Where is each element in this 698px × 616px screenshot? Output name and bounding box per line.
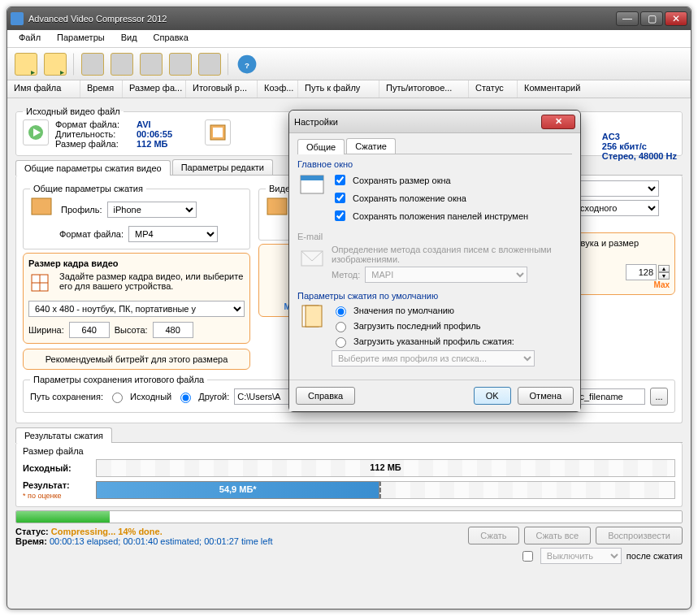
spin-up[interactable]: ▲	[658, 265, 670, 272]
reco-box: Рекомендуемый битрейт для этого размера	[23, 349, 250, 370]
chk-save-toolbars[interactable]: Сохранять положения панелей инструмен	[332, 208, 528, 223]
tb-btn-3[interactable]	[137, 50, 165, 78]
toolbar: ?	[7, 48, 691, 80]
col-status[interactable]: Статус	[469, 80, 518, 98]
spin-down[interactable]: ▼	[658, 272, 670, 280]
svg-rect-10	[301, 176, 323, 180]
col-comment[interactable]: Комментарий	[518, 80, 691, 98]
tb-btn-4[interactable]	[167, 50, 194, 78]
source-legend: Исходный видео файл	[23, 106, 124, 116]
radio-other[interactable]: Другой:	[176, 390, 229, 403]
def-title: Параметры сжатия по умолчанию	[297, 291, 572, 301]
col-size[interactable]: Размер фа...	[123, 80, 186, 98]
svg-rect-13	[306, 306, 322, 327]
open-folder-button[interactable]	[41, 50, 69, 78]
minimize-button[interactable]: —	[616, 11, 639, 26]
col-time[interactable]: Время	[80, 80, 123, 98]
chk-save-toolbars-label: Сохранять положения панелей инструмен	[353, 211, 528, 221]
path-input[interactable]	[234, 388, 291, 405]
method-label: Метод:	[332, 270, 360, 280]
menu-params[interactable]: Параметры	[49, 30, 113, 47]
dialog-close-button[interactable]: ✕	[541, 115, 575, 129]
gw-title: Главное окно	[297, 159, 572, 169]
toolbar-sep	[73, 53, 75, 76]
close-button[interactable]: ✕	[665, 11, 687, 26]
src-bar-val: 112 МБ	[370, 462, 401, 472]
col-coef[interactable]: Коэф...	[258, 80, 298, 98]
general-comp-group: Общие параметры сжатия Профиль: iPhone Ф…	[23, 184, 250, 249]
width-input[interactable]	[69, 322, 110, 338]
help-button[interactable]: ?	[233, 50, 261, 78]
maximize-button[interactable]: ▢	[640, 11, 663, 26]
after-label: после сжатия	[626, 551, 683, 561]
tab-general-comp[interactable]: Общие параметры сжатия видео	[15, 160, 171, 176]
window-title: Advanced Video Compressor 2012	[28, 14, 614, 24]
tab-results[interactable]: Результаты сжатия	[15, 427, 112, 443]
profile-select[interactable]: iPhone	[107, 202, 197, 218]
frame-preset-select[interactable]: 640 x 480 - ноутбук, ПК, портативные у	[28, 301, 245, 317]
time-est: 00:01:40 estimated;	[123, 536, 202, 546]
time-label: Время:	[15, 536, 47, 546]
result-size-label: Размер файла	[23, 446, 675, 456]
resize-icon	[28, 271, 54, 297]
menu-file[interactable]: Файл	[11, 30, 49, 47]
dialog-cancel-button[interactable]: Отмена	[518, 387, 574, 405]
film-icon	[205, 119, 231, 145]
quality-input[interactable]	[626, 264, 657, 280]
tb-btn-2[interactable]	[108, 50, 136, 78]
suffix-input[interactable]	[572, 388, 645, 405]
play-button[interactable]: Воспроизвести	[596, 527, 683, 544]
dialog-tab-compress[interactable]: Сжатие	[346, 138, 396, 154]
after-select[interactable]: Выключить	[540, 548, 622, 564]
frame-legend: Размер кадра видео	[28, 258, 119, 268]
audio-codec: AC3	[602, 132, 620, 141]
height-label: Высота:	[115, 325, 148, 335]
radio-source[interactable]: Исходный	[108, 390, 171, 403]
col-pathtotal[interactable]: Путь/итоговое...	[379, 80, 469, 98]
radio-def-values-label: Значения по умолчанию	[353, 306, 454, 315]
menu-help[interactable]: Справка	[145, 30, 197, 47]
col-path[interactable]: Путь к файлу	[298, 80, 379, 98]
dialog-tab-general[interactable]: Общие	[297, 139, 345, 154]
height-input[interactable]	[153, 322, 193, 338]
browse-button[interactable]: ...	[650, 388, 668, 406]
result-bar-rest	[379, 481, 675, 499]
profile-name-select: Выберите имя профиля из списка...	[332, 350, 535, 367]
general-comp-legend: Общие параметры сжатия	[30, 184, 146, 193]
radio-source-label: Исходный	[130, 392, 171, 401]
radio-def-values[interactable]: Значения по умолчанию	[332, 304, 535, 317]
dialog-ok-button[interactable]: OK	[474, 387, 511, 405]
col-total[interactable]: Итоговый р...	[186, 80, 258, 98]
dialog-help-button[interactable]: Справка	[296, 387, 355, 405]
svg-rect-5	[213, 128, 223, 137]
chk-save-size-label: Сохранять размер окна	[353, 176, 451, 185]
radio-named-profile-label: Загрузить указанный профиль сжатия:	[353, 336, 514, 346]
menu-view[interactable]: Вид	[113, 30, 145, 47]
menubar: Файл Параметры Вид Справка	[7, 30, 691, 48]
chk-save-size[interactable]: Сохранять размер окна	[332, 172, 528, 188]
radio-last-profile[interactable]: Загрузить последний профиль	[332, 319, 535, 332]
svg-rect-6	[32, 198, 51, 215]
email-title: E-mail	[297, 232, 572, 241]
profile-label: Профиль:	[61, 205, 102, 215]
chk-save-pos[interactable]: Сохранять положение окна	[332, 190, 528, 206]
after-checkbox[interactable]	[522, 551, 533, 562]
frame-hint: Задайте размер кадра видео, или выберите…	[59, 271, 245, 291]
format-value: AVI	[137, 119, 151, 129]
quality-spinner[interactable]: ▲▼	[626, 264, 670, 280]
compress-button[interactable]: Сжать	[468, 527, 518, 544]
savepath-label: Путь сохранения:	[30, 392, 103, 401]
radio-named-profile[interactable]: Загрузить указанный профиль сжатия:	[332, 335, 535, 348]
outformat-select[interactable]: MP4	[128, 226, 218, 242]
tab-edit-params[interactable]: Параметры редакти	[172, 159, 273, 175]
svg-rect-11	[301, 251, 323, 266]
compress-all-button[interactable]: Сжать все	[524, 527, 592, 544]
email-hint: Определение метода создания писем с влож…	[332, 245, 572, 264]
col-filename[interactable]: Имя файла	[7, 80, 80, 98]
tb-btn-1[interactable]	[79, 50, 106, 78]
format-label: Формат файла:	[55, 119, 137, 129]
audio-bitrate: 256 кбит/с	[602, 141, 647, 151]
mail-icon	[299, 245, 325, 271]
open-file-button[interactable]	[12, 50, 40, 78]
tb-btn-5[interactable]	[196, 50, 223, 78]
